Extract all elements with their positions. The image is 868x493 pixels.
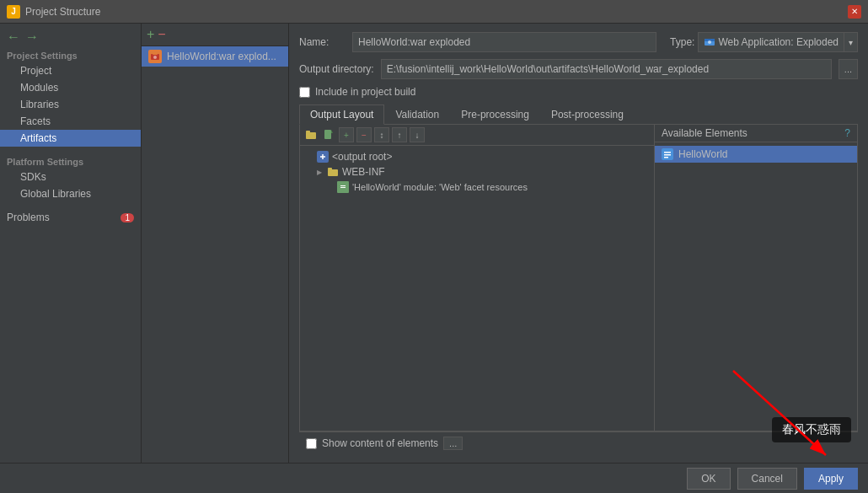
available-item-helloworld[interactable]: HelloWorld [655, 146, 857, 163]
artifact-list-item[interactable]: HelloWorld:war explod... [142, 46, 288, 67]
content-opts-button[interactable]: ... [443, 437, 463, 450]
sidebar-item-libraries[interactable]: Libraries [0, 96, 141, 113]
module-icon [662, 148, 673, 160]
tabs-bar: Output Layout Validation Pre-processing … [299, 104, 858, 125]
output-tree-content: <output root> ▶ [300, 146, 654, 431]
output-dir-input[interactable] [381, 59, 832, 79]
help-icon[interactable]: ? [844, 127, 850, 139]
detail-bottom: Show content of elements ... [299, 431, 858, 454]
tree-item-label: <output root> [332, 151, 392, 163]
sidebar-item-artifacts[interactable]: Artifacts [0, 130, 141, 147]
toolbar-sort-button[interactable]: ↕ [374, 127, 389, 142]
apply-button[interactable]: Apply [804, 468, 858, 490]
available-panel: Available Elements ? [655, 125, 857, 431]
tab-post-processing[interactable]: Post-processing [540, 104, 635, 124]
output-dir-row: Output directory: ... [299, 59, 858, 79]
sidebar-item-facets[interactable]: Facets [0, 113, 141, 130]
toolbar-remove-button[interactable]: − [356, 127, 372, 142]
toolbar-down-button[interactable]: ↓ [410, 127, 425, 142]
output-tree-toolbar: + − ↕ ↑ ↓ [300, 125, 654, 146]
artifact-list-toolbar: + − [142, 24, 288, 46]
platform-settings-header: Platform Settings [0, 153, 141, 169]
svg-rect-16 [340, 185, 346, 186]
toolbar-up-button[interactable]: ↑ [392, 127, 407, 142]
sidebar-item-project[interactable]: Project [0, 62, 141, 79]
output-dir-label: Output directory: [299, 63, 374, 75]
svg-rect-7 [306, 131, 310, 133]
svg-rect-14 [328, 168, 332, 170]
svg-rect-1 [153, 52, 158, 55]
output-tree-panel: + − ↕ ↑ ↓ [300, 125, 655, 431]
svg-rect-17 [340, 187, 346, 188]
svg-rect-6 [306, 132, 316, 139]
tree-item-resources-label: 'HelloWorld' module: 'Web' facet resourc… [352, 182, 528, 192]
include-build-checkbox[interactable] [299, 87, 310, 98]
name-label: Name: [299, 36, 346, 48]
tab-output-layout[interactable]: Output Layout [299, 104, 384, 125]
svg-marker-9 [331, 130, 333, 133]
problems-badge: 1 [121, 213, 134, 222]
toolbar-add-button[interactable]: + [339, 127, 354, 142]
problems-label: Problems [7, 212, 50, 223]
sidebar-item-global-libraries[interactable]: Global Libraries [0, 185, 141, 202]
app-icon: J [7, 5, 20, 19]
toolbar-folder-icon[interactable] [303, 127, 319, 142]
available-header: Available Elements ? [655, 125, 857, 142]
folder-icon [327, 166, 339, 178]
title-bar: J Project Structure ✕ [0, 0, 868, 24]
ok-button[interactable]: OK [687, 468, 730, 490]
show-content-checkbox[interactable] [306, 438, 317, 449]
include-build-row: Include in project build [299, 86, 858, 98]
artifact-remove-button[interactable]: − [158, 27, 165, 42]
sidebar-item-modules[interactable]: Modules [0, 79, 141, 96]
tree-item-output-root[interactable]: <output root> [300, 149, 654, 164]
available-title: Available Elements [662, 127, 747, 139]
tree-item-webinf-label: WEB-INF [342, 166, 385, 178]
sidebar: ← → Project Settings Project Modules Lib… [0, 24, 142, 463]
artifact-icon [148, 50, 162, 63]
type-icon: Web Application: Exploded [698, 32, 844, 52]
close-button[interactable]: ✕ [848, 5, 861, 19]
available-content: HelloWorld [655, 142, 857, 431]
show-content-label: Show content of elements [322, 437, 438, 449]
cancel-button[interactable]: Cancel [737, 468, 797, 490]
sidebar-toolbar: ← → [0, 27, 141, 47]
artifact-add-button[interactable]: + [147, 27, 154, 42]
artifact-list-panel: + − HelloWorld:war explod... [142, 24, 289, 463]
project-settings-header: Project Settings [0, 47, 141, 62]
type-value: Web Application: Exploded [718, 36, 839, 48]
bottom-bar: OK Cancel Apply [0, 463, 868, 493]
type-input-group: Web Application: Exploded ▾ [698, 32, 858, 52]
toolbar-file-icon[interactable] [321, 127, 336, 142]
available-item-label: HelloWorld [678, 148, 727, 160]
svg-rect-19 [664, 152, 671, 153]
content-area: + − HelloWorld:war explod... [142, 24, 868, 463]
sidebar-item-problems[interactable]: Problems 1 [0, 209, 141, 226]
detail-panel: Name: Type: [289, 24, 868, 463]
svg-rect-20 [664, 154, 671, 156]
output-root-icon [317, 151, 329, 163]
tree-item-resources[interactable]: 'HelloWorld' module: 'Web' facet resourc… [300, 180, 654, 195]
tab-validation[interactable]: Validation [384, 104, 450, 124]
svg-rect-21 [664, 157, 668, 158]
name-row: Name: Type: [299, 32, 858, 52]
tab-content: + − ↕ ↑ ↓ [299, 125, 858, 431]
svg-point-5 [708, 40, 711, 44]
type-dropdown-button[interactable]: ▾ [844, 32, 858, 52]
window-title: Project Structure [25, 6, 100, 18]
back-button[interactable]: ← [7, 30, 20, 44]
browse-button[interactable]: ... [839, 59, 858, 79]
tab-pre-processing[interactable]: Pre-processing [450, 104, 540, 124]
svg-point-2 [153, 56, 157, 59]
svg-rect-13 [328, 169, 338, 176]
svg-rect-8 [324, 130, 331, 139]
include-build-label: Include in project build [315, 86, 415, 98]
forward-button[interactable]: → [25, 30, 39, 44]
resource-icon [337, 181, 349, 193]
artifact-name: HelloWorld:war explod... [167, 51, 276, 62]
type-label: Type: [670, 36, 694, 48]
tree-item-webinf[interactable]: ▶ WEB-INF [300, 164, 654, 180]
sidebar-item-sdks[interactable]: SDKs [0, 169, 141, 185]
name-input[interactable] [352, 32, 656, 52]
